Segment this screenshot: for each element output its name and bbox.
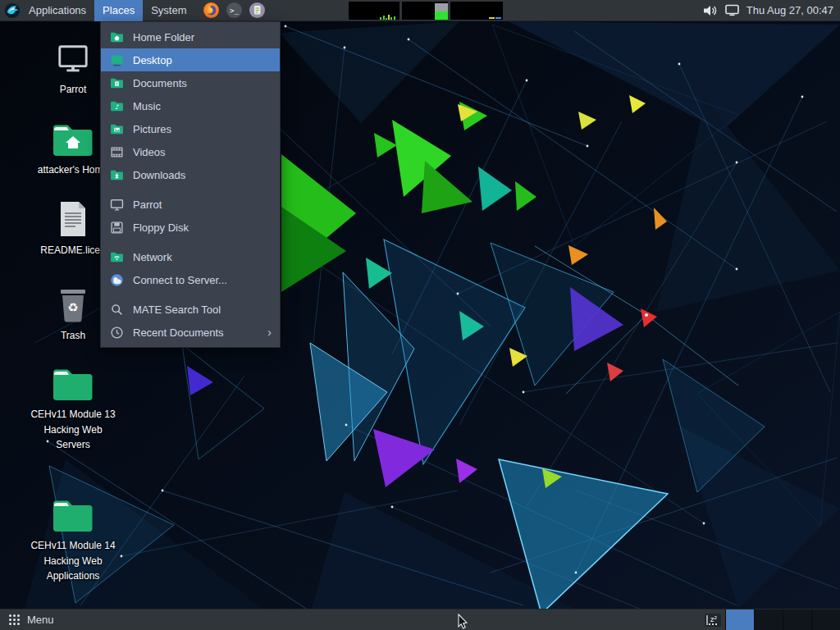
desktop-icon-label: CEHv11 Module 13 Hacking Web Servers [30,407,115,453]
document-icon [57,200,89,238]
menu-item-label: Downloads [133,169,185,181]
menu-item-connect-to-server[interactable]: Connect to Server... [101,268,280,291]
desktop-icon-ceh-module13[interactable]: CEHv11 Module 13 Hacking Web Servers [21,364,126,453]
folder-icon [52,364,94,402]
desktop-icon-label: Trash [61,328,85,344]
folder-network-icon [110,250,124,264]
folder-documents-icon [110,76,124,90]
menu-item-recent-documents[interactable]: Recent Documents › [101,321,280,344]
menu-item-label: Desktop [133,54,172,66]
menu-separator [101,186,280,193]
desktop-icon-label: attacker's Home [38,162,108,178]
panel-clock[interactable]: Thu Aug 27, 00:47 [746,4,833,16]
start-menu-button[interactable]: Menu [0,609,62,630]
firefox-icon[interactable] [203,2,220,19]
menu-item-label: Home Folder [133,31,194,43]
display-icon[interactable] [725,4,739,16]
workspace-2[interactable] [754,609,783,630]
videos-icon [110,145,124,159]
menu-item-pictures[interactable]: Pictures [101,117,280,140]
menu-system[interactable]: System [143,0,194,21]
desktop-icon-label: Parrot [60,82,87,98]
text-editor-icon[interactable] [249,2,266,19]
folder-pictures-icon [110,122,124,136]
menu-separator [101,291,280,298]
menu-applications[interactable]: Applications [21,0,94,21]
menu-item-home-folder[interactable]: Home Folder [101,25,280,48]
workspace-switcher [725,609,840,630]
system-monitor-graph-1[interactable] [349,2,399,20]
menu-item-parrot-drive[interactable]: Parrot [101,193,280,216]
top-panel: Applications Places System >_ [0,0,840,21]
folder-home-icon [110,30,124,44]
workspace-3[interactable] [783,609,811,630]
mouse-cursor [458,614,469,630]
menu-item-label: Videos [133,146,166,158]
grid-menu-icon [8,614,21,626]
system-monitor-graph-2[interactable] [402,2,448,20]
folder-music-icon: ♪ [110,99,124,113]
parrot-logo-icon[interactable] [4,2,21,19]
computer-icon [54,39,92,77]
desktop-icon-label: README.licen [40,243,105,258]
menu-item-label: MATE Search Tool [133,304,221,316]
status-tray-icon[interactable]: z² [704,612,722,628]
folder-icon [52,495,94,533]
menu-item-downloads[interactable]: Downloads [101,163,280,186]
menu-item-music[interactable]: ♪ Music [101,94,280,117]
bottom-panel: Menu z² [0,609,840,630]
menu-item-label: Documents [133,77,187,89]
menu-item-label: Pictures [133,123,171,135]
system-monitor-graph-3[interactable] [450,2,503,20]
svg-text:♪: ♪ [115,103,119,111]
workspace-1[interactable] [725,609,754,630]
server-icon [110,273,124,287]
menu-item-mate-search-tool[interactable]: MATE Search Tool [101,298,280,321]
menu-item-label: Recent Documents [133,326,224,339]
menu-item-label: Floppy Disk [133,221,189,234]
desktop-icon-ceh-module14[interactable]: CEHv11 Module 14 Hacking Web Application… [21,495,126,584]
desktop-icon-label: CEHv11 Module 14 Hacking Web Application… [30,538,115,584]
computer-icon [110,198,124,212]
menu-item-label: Network [133,251,172,263]
menu-item-desktop[interactable]: Desktop [101,48,280,71]
recent-documents-icon [110,326,124,340]
search-icon [110,303,124,317]
menu-item-floppy-disk[interactable]: Floppy Disk [101,216,280,239]
start-menu-label: Menu [27,614,54,626]
folder-home-icon [52,120,94,158]
svg-text:>_: >_ [231,7,240,15]
menu-separator [101,239,280,245]
floppy-icon [110,221,124,235]
menu-item-label: Music [133,100,161,112]
menu-item-label: Connect to Server... [133,274,227,286]
folder-downloads-icon [110,168,124,182]
menu-item-network[interactable]: Network [101,245,280,268]
menu-places[interactable]: Places [94,0,143,21]
menu-item-label: Parrot [133,199,162,211]
trash-icon: ♻ [56,285,90,323]
desktop-icon [110,53,124,67]
workspace-4[interactable] [811,609,840,630]
places-dropdown-menu: Home Folder Desktop Documents ♪ Music Pi… [100,21,281,348]
svg-text:♻: ♻ [67,300,78,315]
menu-item-videos[interactable]: Videos [101,140,280,163]
terminal-icon[interactable]: >_ [226,2,243,19]
svg-text:z²: z² [710,615,718,623]
menu-item-documents[interactable]: Documents [101,71,280,94]
volume-icon[interactable] [703,4,718,17]
submenu-chevron-icon: › [267,326,272,339]
